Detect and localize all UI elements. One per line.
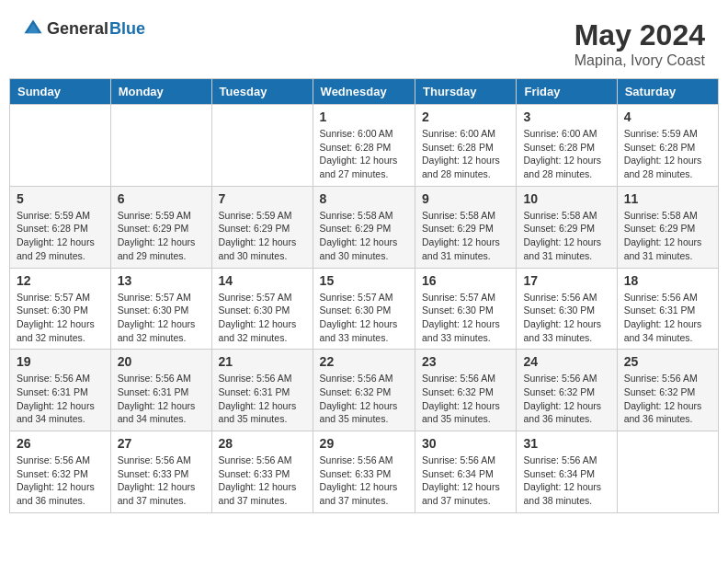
calendar-cell-4-6: 24Sunrise: 5:56 AM Sunset: 6:32 PM Dayli… bbox=[517, 350, 617, 431]
day-number: 1 bbox=[320, 109, 408, 124]
calendar-cell-2-2: 6Sunrise: 5:59 AM Sunset: 6:29 PM Daylig… bbox=[110, 186, 211, 268]
day-info: Sunrise: 5:56 AM Sunset: 6:31 PM Dayligh… bbox=[624, 291, 711, 345]
header-monday: Monday bbox=[110, 79, 211, 105]
day-info: Sunrise: 6:00 AM Sunset: 6:28 PM Dayligh… bbox=[422, 127, 509, 181]
calendar-table: Sunday Monday Tuesday Wednesday Thursday… bbox=[9, 78, 719, 513]
calendar-cell-3-1: 12Sunrise: 5:57 AM Sunset: 6:30 PM Dayli… bbox=[10, 268, 111, 350]
day-number: 27 bbox=[118, 436, 205, 451]
calendar-cell-1-6: 3Sunrise: 6:00 AM Sunset: 6:28 PM Daylig… bbox=[517, 105, 617, 187]
day-info: Sunrise: 5:58 AM Sunset: 6:29 PM Dayligh… bbox=[624, 209, 711, 263]
calendar-cell-4-3: 21Sunrise: 5:56 AM Sunset: 6:31 PM Dayli… bbox=[211, 350, 313, 431]
day-info: Sunrise: 5:56 AM Sunset: 6:32 PM Dayligh… bbox=[523, 372, 609, 426]
header-sunday: Sunday bbox=[10, 79, 111, 105]
calendar-cell-4-2: 20Sunrise: 5:56 AM Sunset: 6:31 PM Dayli… bbox=[110, 350, 211, 431]
day-number: 6 bbox=[118, 191, 205, 206]
day-info: Sunrise: 5:56 AM Sunset: 6:32 PM Dayligh… bbox=[17, 454, 104, 508]
day-info: Sunrise: 5:57 AM Sunset: 6:30 PM Dayligh… bbox=[17, 291, 104, 345]
calendar-cell-5-1: 26Sunrise: 5:56 AM Sunset: 6:32 PM Dayli… bbox=[10, 431, 111, 513]
day-number: 17 bbox=[523, 273, 609, 288]
day-info: Sunrise: 5:56 AM Sunset: 6:31 PM Dayligh… bbox=[219, 372, 306, 426]
logo-text-blue: Blue bbox=[109, 20, 145, 37]
calendar-cell-4-4: 22Sunrise: 5:56 AM Sunset: 6:32 PM Dayli… bbox=[313, 350, 415, 431]
day-number: 16 bbox=[422, 273, 509, 288]
day-number: 28 bbox=[219, 436, 306, 451]
calendar-cell-2-6: 10Sunrise: 5:58 AM Sunset: 6:29 PM Dayli… bbox=[517, 186, 617, 268]
day-number: 3 bbox=[523, 109, 609, 124]
day-number: 9 bbox=[422, 191, 509, 206]
calendar-cell-1-5: 2Sunrise: 6:00 AM Sunset: 6:28 PM Daylig… bbox=[415, 105, 517, 187]
day-info: Sunrise: 5:59 AM Sunset: 6:29 PM Dayligh… bbox=[219, 209, 306, 263]
calendar-week-5: 26Sunrise: 5:56 AM Sunset: 6:32 PM Dayli… bbox=[10, 431, 719, 513]
day-info: Sunrise: 5:57 AM Sunset: 6:30 PM Dayligh… bbox=[320, 291, 408, 345]
day-number: 23 bbox=[422, 354, 509, 369]
day-number: 24 bbox=[523, 354, 609, 369]
header-thursday: Thursday bbox=[415, 79, 517, 105]
day-number: 8 bbox=[320, 191, 408, 206]
day-number: 4 bbox=[624, 109, 711, 124]
calendar-cell-3-7: 18Sunrise: 5:56 AM Sunset: 6:31 PM Dayli… bbox=[617, 268, 718, 350]
calendar-cell-1-7: 4Sunrise: 5:59 AM Sunset: 6:28 PM Daylig… bbox=[617, 105, 718, 187]
day-info: Sunrise: 5:59 AM Sunset: 6:28 PM Dayligh… bbox=[624, 127, 711, 181]
logo-text-general: General bbox=[47, 20, 108, 37]
calendar-cell-2-5: 9Sunrise: 5:58 AM Sunset: 6:29 PM Daylig… bbox=[415, 186, 517, 268]
calendar-cell-1-2 bbox=[110, 105, 211, 187]
header-saturday: Saturday bbox=[617, 79, 718, 105]
calendar-cell-1-3 bbox=[211, 105, 313, 187]
header-wednesday: Wednesday bbox=[313, 79, 415, 105]
title-section: May 2024 Mapina, Ivory Coast bbox=[574, 18, 705, 69]
calendar-week-3: 12Sunrise: 5:57 AM Sunset: 6:30 PM Dayli… bbox=[10, 268, 719, 350]
calendar-cell-3-6: 17Sunrise: 5:56 AM Sunset: 6:30 PM Dayli… bbox=[517, 268, 617, 350]
day-number: 18 bbox=[624, 273, 711, 288]
day-number: 10 bbox=[523, 191, 609, 206]
calendar-cell-4-1: 19Sunrise: 5:56 AM Sunset: 6:31 PM Dayli… bbox=[10, 350, 111, 431]
calendar-header-row: Sunday Monday Tuesday Wednesday Thursday… bbox=[10, 79, 719, 105]
day-number: 14 bbox=[219, 273, 306, 288]
calendar-cell-3-5: 16Sunrise: 5:57 AM Sunset: 6:30 PM Dayli… bbox=[415, 268, 517, 350]
day-number: 13 bbox=[118, 273, 205, 288]
day-number: 15 bbox=[320, 273, 408, 288]
day-info: Sunrise: 5:56 AM Sunset: 6:32 PM Dayligh… bbox=[624, 372, 711, 426]
day-info: Sunrise: 5:57 AM Sunset: 6:30 PM Dayligh… bbox=[219, 291, 306, 345]
day-info: Sunrise: 6:00 AM Sunset: 6:28 PM Dayligh… bbox=[320, 127, 408, 181]
day-info: Sunrise: 5:56 AM Sunset: 6:34 PM Dayligh… bbox=[422, 454, 509, 508]
calendar-cell-1-1 bbox=[10, 105, 111, 187]
day-number: 11 bbox=[624, 191, 711, 206]
calendar-cell-5-5: 30Sunrise: 5:56 AM Sunset: 6:34 PM Dayli… bbox=[415, 431, 517, 513]
calendar-cell-1-4: 1Sunrise: 6:00 AM Sunset: 6:28 PM Daylig… bbox=[313, 105, 415, 187]
day-info: Sunrise: 5:56 AM Sunset: 6:32 PM Dayligh… bbox=[422, 372, 509, 426]
day-info: Sunrise: 5:56 AM Sunset: 6:31 PM Dayligh… bbox=[118, 372, 205, 426]
day-info: Sunrise: 5:59 AM Sunset: 6:29 PM Dayligh… bbox=[118, 209, 205, 263]
page-header: GeneralBlue May 2024 Mapina, Ivory Coast bbox=[9, 9, 719, 74]
day-number: 22 bbox=[320, 354, 408, 369]
calendar-cell-2-7: 11Sunrise: 5:58 AM Sunset: 6:29 PM Dayli… bbox=[617, 186, 718, 268]
calendar-cell-5-2: 27Sunrise: 5:56 AM Sunset: 6:33 PM Dayli… bbox=[110, 431, 211, 513]
calendar-cell-4-7: 25Sunrise: 5:56 AM Sunset: 6:32 PM Dayli… bbox=[617, 350, 718, 431]
day-number: 29 bbox=[320, 436, 408, 451]
day-info: Sunrise: 5:56 AM Sunset: 6:33 PM Dayligh… bbox=[219, 454, 306, 508]
day-info: Sunrise: 5:56 AM Sunset: 6:33 PM Dayligh… bbox=[118, 454, 205, 508]
header-friday: Friday bbox=[517, 79, 617, 105]
day-info: Sunrise: 5:56 AM Sunset: 6:34 PM Dayligh… bbox=[523, 454, 609, 508]
day-info: Sunrise: 5:57 AM Sunset: 6:30 PM Dayligh… bbox=[422, 291, 509, 345]
logo: GeneralBlue bbox=[23, 18, 145, 39]
calendar-week-2: 5Sunrise: 5:59 AM Sunset: 6:28 PM Daylig… bbox=[10, 186, 719, 268]
logo-icon bbox=[23, 18, 43, 39]
calendar-cell-5-4: 29Sunrise: 5:56 AM Sunset: 6:33 PM Dayli… bbox=[313, 431, 415, 513]
day-info: Sunrise: 5:57 AM Sunset: 6:30 PM Dayligh… bbox=[118, 291, 205, 345]
calendar-week-4: 19Sunrise: 5:56 AM Sunset: 6:31 PM Dayli… bbox=[10, 350, 719, 431]
day-number: 7 bbox=[219, 191, 306, 206]
day-info: Sunrise: 5:56 AM Sunset: 6:30 PM Dayligh… bbox=[523, 291, 609, 345]
calendar-cell-3-2: 13Sunrise: 5:57 AM Sunset: 6:30 PM Dayli… bbox=[110, 268, 211, 350]
calendar-cell-5-3: 28Sunrise: 5:56 AM Sunset: 6:33 PM Dayli… bbox=[211, 431, 313, 513]
day-info: Sunrise: 5:58 AM Sunset: 6:29 PM Dayligh… bbox=[320, 209, 408, 263]
day-number: 21 bbox=[219, 354, 306, 369]
location-subtitle: Mapina, Ivory Coast bbox=[574, 52, 705, 69]
calendar-cell-2-3: 7Sunrise: 5:59 AM Sunset: 6:29 PM Daylig… bbox=[211, 186, 313, 268]
day-number: 2 bbox=[422, 109, 509, 124]
day-info: Sunrise: 5:58 AM Sunset: 6:29 PM Dayligh… bbox=[422, 209, 509, 263]
day-number: 20 bbox=[118, 354, 205, 369]
day-info: Sunrise: 5:58 AM Sunset: 6:29 PM Dayligh… bbox=[523, 209, 609, 263]
day-number: 31 bbox=[523, 436, 609, 451]
day-number: 25 bbox=[624, 354, 711, 369]
day-info: Sunrise: 5:56 AM Sunset: 6:33 PM Dayligh… bbox=[320, 454, 408, 508]
